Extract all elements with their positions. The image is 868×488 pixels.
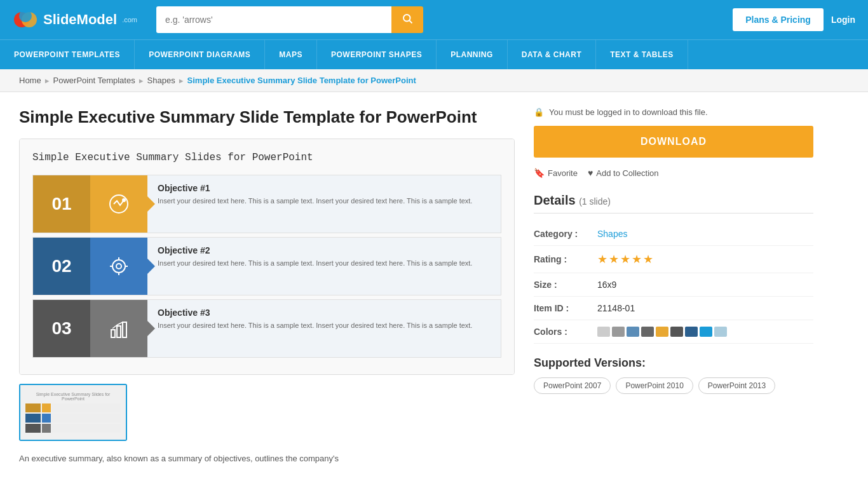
- preview-inner: Simple Executive Summary Slides for Powe…: [20, 139, 514, 374]
- header: SlideModel.com Plans & Pricing Login: [0, 0, 868, 39]
- main-nav: POWERPOINT TEMPLATES POWERPOINT DIAGRAMS…: [0, 39, 868, 69]
- obj1-icon: [106, 191, 132, 217]
- detail-row-rating: Rating : ★★★★★: [534, 246, 813, 273]
- logo-text: SlideModel: [43, 11, 117, 28]
- detail-row-itemid: Item ID : 21148-01: [534, 297, 813, 320]
- search-button[interactable]: [391, 6, 423, 33]
- svg-rect-15: [123, 322, 126, 337]
- objective-row-1: 01 Objective #1 Insert your desired text…: [32, 175, 501, 233]
- obj3-number-block: 03: [33, 300, 90, 357]
- obj2-text: Insert your desired text here. This is a…: [158, 259, 491, 268]
- color-swatches: [597, 327, 727, 337]
- version-tags: PowerPoint 2007 PowerPoint 2010 PowerPoi…: [534, 377, 813, 394]
- svg-point-8: [116, 264, 121, 269]
- obj2-icon: [106, 254, 132, 279]
- category-label: Category :: [534, 229, 597, 239]
- svg-point-7: [112, 260, 125, 273]
- size-value: 16x9: [597, 280, 616, 290]
- swatch-3: [627, 327, 639, 337]
- obj1-icon-block: [90, 175, 147, 233]
- detail-row-category: Category : Shapes: [534, 222, 813, 246]
- breadcrumb-shapes[interactable]: Shapes: [147, 76, 175, 85]
- obj1-arrow: [146, 195, 155, 213]
- objective-row-3: 03 Objective #3 Insert your desir: [32, 299, 501, 358]
- swatch-7: [685, 327, 698, 337]
- detail-row-size: Size : 16x9: [534, 273, 813, 297]
- obj2-icon-block: [90, 238, 147, 295]
- obj1-number: 01: [51, 194, 71, 214]
- objective-row-2: 02 Objective #2: [32, 237, 501, 295]
- swatch-5: [656, 327, 668, 337]
- lock-icon: 🔒: [534, 107, 544, 117]
- nav-item-ppdiagrams[interactable]: POWERPOINT DIAGRAMS: [135, 40, 265, 69]
- logo-icon: [13, 7, 38, 32]
- header-right: Plans & Pricing Login: [733, 8, 855, 31]
- version-tag-2010[interactable]: PowerPoint 2010: [616, 377, 693, 394]
- nav-item-maps[interactable]: MAPS: [265, 40, 317, 69]
- favorite-label: Favorite: [548, 168, 578, 178]
- breadcrumb-sep-3: ►: [178, 77, 185, 85]
- search-icon: [402, 13, 413, 24]
- obj3-content: Objective #3 Insert your desired text he…: [147, 300, 501, 357]
- swatch-2: [612, 327, 625, 337]
- login-notice-text: You must be logged in to download this f…: [549, 107, 708, 117]
- plans-pricing-button[interactable]: Plans & Pricing: [733, 8, 824, 31]
- itemid-value: 21148-01: [597, 303, 635, 313]
- nav-item-planning[interactable]: PLANNING: [437, 40, 508, 69]
- nav-item-ppshapes[interactable]: POWERPOINT SHAPES: [317, 40, 437, 69]
- nav-item-datachart[interactable]: DATA & CHART: [508, 40, 596, 69]
- nav-item-pptemplates[interactable]: POWERPOINT TEMPLATES: [0, 40, 135, 69]
- thumbnail-1-inner: Simple Executive Summary Slides for Powe…: [20, 385, 126, 440]
- obj2-arrow: [146, 257, 155, 275]
- thumbnail-strip: Simple Executive Summary Slides for Powe…: [19, 384, 515, 441]
- logo[interactable]: SlideModel.com: [13, 7, 137, 32]
- preview-title: Simple Executive Summary Slides for Powe…: [32, 152, 501, 163]
- obj3-arrow: [146, 320, 155, 337]
- obj2-number: 02: [51, 256, 71, 276]
- version-tag-2013[interactable]: PowerPoint 2013: [698, 377, 775, 394]
- download-button[interactable]: DOWNLOAD: [534, 126, 813, 158]
- rating-label: Rating :: [534, 254, 597, 264]
- category-value[interactable]: Shapes: [597, 229, 627, 239]
- svg-point-2: [19, 10, 32, 22]
- obj2-number-block: 02: [33, 238, 90, 295]
- breadcrumb: Home ► PowerPoint Templates ► Shapes ► S…: [0, 69, 868, 92]
- heart-icon: ♥: [588, 168, 593, 178]
- breadcrumb-sep-1: ►: [44, 77, 51, 85]
- search-input[interactable]: [156, 6, 391, 33]
- obj3-icon: [106, 316, 132, 341]
- version-tag-2007[interactable]: PowerPoint 2007: [534, 377, 611, 394]
- main-content: Simple Executive Summary Slide Template …: [0, 92, 868, 481]
- logo-com: .com: [122, 16, 137, 24]
- obj1-heading: Objective #1: [158, 183, 491, 193]
- breadcrumb-pptemplates[interactable]: PowerPoint Templates: [53, 76, 135, 85]
- favorite-button[interactable]: 🔖 Favorite: [534, 168, 578, 178]
- colors-label: Colors :: [534, 327, 597, 337]
- thumbnail-1[interactable]: Simple Executive Summary Slides for Powe…: [19, 384, 127, 441]
- svg-rect-14: [117, 326, 121, 337]
- preview-container: Simple Executive Summary Slides for Powe…: [19, 139, 515, 375]
- swatch-1: [597, 327, 610, 337]
- obj1-number-block: 01: [33, 175, 90, 233]
- detail-row-colors: Colors :: [534, 320, 813, 344]
- nav-item-texttables[interactable]: TEXT & TABLES: [596, 40, 688, 69]
- login-button[interactable]: Login: [831, 15, 855, 25]
- breadcrumb-home[interactable]: Home: [19, 76, 41, 85]
- right-column: 🔒 You must be logged in to download this…: [534, 107, 813, 466]
- swatch-4: [641, 327, 654, 337]
- details-title: Details (1 slide): [534, 193, 813, 214]
- svg-point-6: [123, 199, 125, 201]
- search-area: [156, 6, 423, 33]
- svg-point-3: [403, 15, 410, 22]
- details-count: (1 slide): [579, 196, 611, 207]
- obj3-text: Insert your desired text here. This is a…: [158, 321, 491, 330]
- login-notice: 🔒 You must be logged in to download this…: [534, 107, 813, 117]
- obj3-icon-block: [90, 300, 147, 357]
- swatch-6: [670, 327, 683, 337]
- obj1-content: Objective #1 Insert your desired text he…: [147, 175, 501, 233]
- swatch-9: [714, 327, 727, 337]
- obj2-heading: Objective #2: [158, 245, 491, 255]
- size-label: Size :: [534, 280, 597, 290]
- swatch-8: [700, 327, 712, 337]
- add-collection-button[interactable]: ♥ Add to Collection: [588, 168, 659, 178]
